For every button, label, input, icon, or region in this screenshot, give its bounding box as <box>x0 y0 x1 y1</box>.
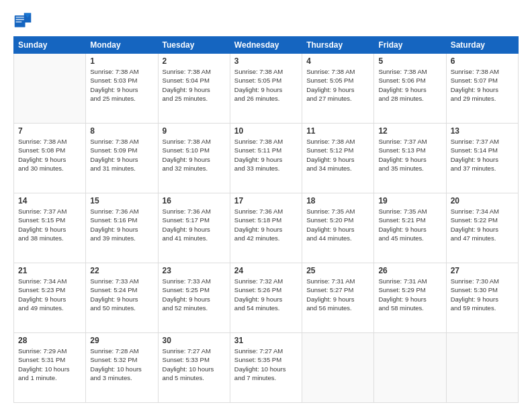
day-info: Sunrise: 7:38 AM Sunset: 5:11 PM Dayligh… <box>234 137 298 173</box>
calendar-week-0: 1Sunrise: 7:38 AM Sunset: 5:03 PM Daylig… <box>14 54 519 124</box>
calendar-cell: 11Sunrise: 7:38 AM Sunset: 5:12 PM Dayli… <box>302 124 374 193</box>
day-number: 11 <box>306 126 369 136</box>
calendar-cell: 10Sunrise: 7:38 AM Sunset: 5:11 PM Dayli… <box>230 124 302 193</box>
calendar-cell: 22Sunrise: 7:33 AM Sunset: 5:24 PM Dayli… <box>86 263 158 333</box>
calendar-cell <box>374 333 446 403</box>
weekday-header-sunday: Sunday <box>14 37 86 54</box>
day-info: Sunrise: 7:27 AM Sunset: 5:33 PM Dayligh… <box>163 347 226 382</box>
day-info: Sunrise: 7:38 AM Sunset: 5:12 PM Dayligh… <box>306 137 369 173</box>
calendar-cell: 28Sunrise: 7:29 AM Sunset: 5:31 PM Dayli… <box>14 333 86 403</box>
calendar-cell: 30Sunrise: 7:27 AM Sunset: 5:33 PM Dayli… <box>158 333 230 403</box>
day-number: 28 <box>18 336 81 345</box>
day-info: Sunrise: 7:36 AM Sunset: 5:17 PM Dayligh… <box>163 207 226 242</box>
calendar-cell: 20Sunrise: 7:34 AM Sunset: 5:22 PM Dayli… <box>446 193 518 263</box>
calendar-cell: 24Sunrise: 7:32 AM Sunset: 5:26 PM Dayli… <box>230 263 302 333</box>
day-info: Sunrise: 7:29 AM Sunset: 5:31 PM Dayligh… <box>18 347 81 382</box>
calendar-week-1: 7Sunrise: 7:38 AM Sunset: 5:08 PM Daylig… <box>14 124 519 193</box>
calendar-cell: 1Sunrise: 7:38 AM Sunset: 5:03 PM Daylig… <box>86 54 158 124</box>
day-info: Sunrise: 7:33 AM Sunset: 5:25 PM Dayligh… <box>163 277 226 312</box>
day-info: Sunrise: 7:38 AM Sunset: 5:07 PM Dayligh… <box>451 67 514 103</box>
day-number: 27 <box>451 266 514 275</box>
day-info: Sunrise: 7:35 AM Sunset: 5:20 PM Dayligh… <box>306 207 369 242</box>
day-info: Sunrise: 7:31 AM Sunset: 5:29 PM Dayligh… <box>378 277 441 312</box>
day-info: Sunrise: 7:34 AM Sunset: 5:22 PM Dayligh… <box>451 207 514 242</box>
calendar-cell: 27Sunrise: 7:30 AM Sunset: 5:30 PM Dayli… <box>446 263 518 333</box>
day-info: Sunrise: 7:34 AM Sunset: 5:23 PM Dayligh… <box>18 277 81 312</box>
day-number: 17 <box>234 196 298 205</box>
day-number: 30 <box>163 336 226 345</box>
svg-rect-3 <box>16 17 24 18</box>
calendar-body: 1Sunrise: 7:38 AM Sunset: 5:03 PM Daylig… <box>14 54 519 403</box>
day-number: 6 <box>451 56 514 66</box>
day-number: 15 <box>90 196 153 205</box>
day-number: 5 <box>378 56 441 66</box>
calendar-cell: 2Sunrise: 7:38 AM Sunset: 5:04 PM Daylig… <box>158 54 230 124</box>
calendar-cell: 4Sunrise: 7:38 AM Sunset: 5:05 PM Daylig… <box>302 54 374 124</box>
day-info: Sunrise: 7:37 AM Sunset: 5:14 PM Dayligh… <box>451 137 514 173</box>
svg-rect-4 <box>16 19 24 20</box>
header <box>13 11 519 30</box>
calendar: SundayMondayTuesdayWednesdayThursdayFrid… <box>13 36 519 403</box>
day-info: Sunrise: 7:27 AM Sunset: 5:35 PM Dayligh… <box>234 347 298 382</box>
day-number: 20 <box>451 196 514 205</box>
day-number: 18 <box>306 196 369 205</box>
day-number: 24 <box>234 266 298 275</box>
day-number: 7 <box>18 126 81 136</box>
day-number: 21 <box>18 266 81 275</box>
calendar-cell: 31Sunrise: 7:27 AM Sunset: 5:35 PM Dayli… <box>230 333 302 403</box>
day-info: Sunrise: 7:30 AM Sunset: 5:30 PM Dayligh… <box>451 277 514 312</box>
day-number: 9 <box>163 126 226 136</box>
day-number: 23 <box>163 266 226 275</box>
calendar-cell: 16Sunrise: 7:36 AM Sunset: 5:17 PM Dayli… <box>158 193 230 263</box>
calendar-cell <box>446 333 518 403</box>
calendar-cell <box>14 54 86 124</box>
calendar-cell: 6Sunrise: 7:38 AM Sunset: 5:07 PM Daylig… <box>446 54 518 124</box>
day-number: 14 <box>18 196 81 205</box>
day-info: Sunrise: 7:36 AM Sunset: 5:16 PM Dayligh… <box>90 207 153 242</box>
calendar-header: SundayMondayTuesdayWednesdayThursdayFrid… <box>14 37 519 54</box>
calendar-cell: 19Sunrise: 7:35 AM Sunset: 5:21 PM Dayli… <box>374 193 446 263</box>
day-info: Sunrise: 7:37 AM Sunset: 5:15 PM Dayligh… <box>18 207 81 242</box>
day-number: 13 <box>451 126 514 136</box>
calendar-cell: 18Sunrise: 7:35 AM Sunset: 5:20 PM Dayli… <box>302 193 374 263</box>
weekday-header-friday: Friday <box>374 37 446 54</box>
day-info: Sunrise: 7:38 AM Sunset: 5:06 PM Dayligh… <box>378 67 441 103</box>
day-number: 31 <box>234 336 298 345</box>
calendar-cell: 14Sunrise: 7:37 AM Sunset: 5:15 PM Dayli… <box>14 193 86 263</box>
day-info: Sunrise: 7:31 AM Sunset: 5:27 PM Dayligh… <box>306 277 369 312</box>
day-number: 29 <box>90 336 153 345</box>
weekday-header-monday: Monday <box>86 37 158 54</box>
weekday-header-wednesday: Wednesday <box>230 37 302 54</box>
day-info: Sunrise: 7:38 AM Sunset: 5:05 PM Dayligh… <box>234 67 298 103</box>
day-number: 19 <box>378 196 441 205</box>
calendar-cell: 17Sunrise: 7:36 AM Sunset: 5:18 PM Dayli… <box>230 193 302 263</box>
day-number: 10 <box>234 126 298 136</box>
calendar-cell <box>302 333 374 403</box>
logo-icon <box>13 11 32 30</box>
calendar-cell: 29Sunrise: 7:28 AM Sunset: 5:32 PM Dayli… <box>86 333 158 403</box>
calendar-cell: 15Sunrise: 7:36 AM Sunset: 5:16 PM Dayli… <box>86 193 158 263</box>
weekday-header-saturday: Saturday <box>446 37 518 54</box>
day-number: 16 <box>163 196 226 205</box>
calendar-cell: 12Sunrise: 7:37 AM Sunset: 5:13 PM Dayli… <box>374 124 446 193</box>
day-info: Sunrise: 7:38 AM Sunset: 5:04 PM Dayligh… <box>163 67 226 103</box>
day-info: Sunrise: 7:38 AM Sunset: 5:05 PM Dayligh… <box>306 67 369 103</box>
svg-rect-5 <box>16 21 22 23</box>
calendar-cell: 13Sunrise: 7:37 AM Sunset: 5:14 PM Dayli… <box>446 124 518 193</box>
day-info: Sunrise: 7:28 AM Sunset: 5:32 PM Dayligh… <box>90 347 153 382</box>
weekday-header-tuesday: Tuesday <box>158 37 230 54</box>
day-info: Sunrise: 7:32 AM Sunset: 5:26 PM Dayligh… <box>234 277 298 312</box>
day-info: Sunrise: 7:35 AM Sunset: 5:21 PM Dayligh… <box>378 207 441 242</box>
weekday-row: SundayMondayTuesdayWednesdayThursdayFrid… <box>14 37 519 54</box>
calendar-cell: 3Sunrise: 7:38 AM Sunset: 5:05 PM Daylig… <box>230 54 302 124</box>
day-info: Sunrise: 7:38 AM Sunset: 5:09 PM Dayligh… <box>90 137 153 173</box>
calendar-cell: 23Sunrise: 7:33 AM Sunset: 5:25 PM Dayli… <box>158 263 230 333</box>
day-number: 1 <box>90 56 153 66</box>
day-info: Sunrise: 7:36 AM Sunset: 5:18 PM Dayligh… <box>234 207 298 242</box>
day-number: 26 <box>378 266 441 275</box>
calendar-cell: 5Sunrise: 7:38 AM Sunset: 5:06 PM Daylig… <box>374 54 446 124</box>
day-info: Sunrise: 7:38 AM Sunset: 5:08 PM Dayligh… <box>18 137 81 173</box>
day-number: 2 <box>163 56 226 66</box>
logo <box>13 11 35 30</box>
calendar-cell: 21Sunrise: 7:34 AM Sunset: 5:23 PM Dayli… <box>14 263 86 333</box>
